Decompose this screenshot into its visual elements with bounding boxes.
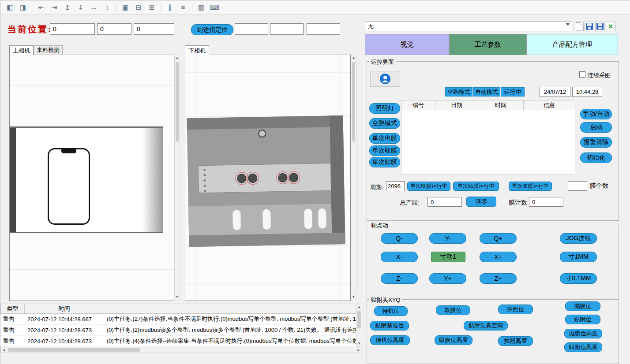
dry-run-mode-button[interactable]: 空跑模式 xyxy=(369,118,400,129)
position-z-field[interactable] xyxy=(134,23,174,35)
log-col-message[interactable] xyxy=(104,304,356,314)
close-recipe-button[interactable]: × xyxy=(606,22,615,31)
single-film-apply-button[interactable]: 单次贴膜 xyxy=(369,157,400,167)
suction-height-button[interactable]: 吸膜位高度 xyxy=(435,335,472,345)
scroll-down-icon[interactable]: ▼ xyxy=(351,294,356,300)
align-top-icon[interactable]: ↥ xyxy=(62,2,73,13)
jog-z-plus-button[interactable]: Z+ xyxy=(480,273,517,284)
throw-film-position-button[interactable]: 抛膜位 xyxy=(565,301,600,311)
attach-position-button[interactable]: 贴附位 xyxy=(565,315,600,324)
tab-incoming-detection[interactable]: 来料检测 xyxy=(34,45,63,55)
target-y-field[interactable] xyxy=(270,23,304,35)
photo-position-button[interactable]: 拍照位 xyxy=(498,305,533,314)
space-vertical-icon[interactable]: ≡ xyxy=(177,2,189,13)
log-horizontal-scrollbar[interactable]: ◄ ► xyxy=(0,347,362,353)
save-recipe-button[interactable] xyxy=(585,22,594,31)
single-take-running-button-2[interactable]: 单次取膜运行中 xyxy=(509,182,552,191)
jog-x-plus-button[interactable]: X+ xyxy=(480,252,517,262)
initialize-button[interactable]: 初始化 xyxy=(580,152,612,163)
jog-y-minus-button[interactable]: Y- xyxy=(429,233,466,244)
tab-lower-camera[interactable]: 下相机 xyxy=(185,45,209,55)
mode-auto[interactable]: 自动模式 xyxy=(473,87,500,97)
scroll-down-icon[interactable]: ▼ xyxy=(356,341,362,346)
scrollbar-thumb[interactable] xyxy=(352,62,355,141)
start-button[interactable]: 启动 xyxy=(580,122,612,133)
send-to-back-icon[interactable]: ◨ xyxy=(17,2,29,13)
clear-button[interactable]: 清零 xyxy=(466,197,496,207)
message-table-body[interactable] xyxy=(401,110,575,175)
align-left-icon[interactable]: ⇤ xyxy=(35,2,47,13)
jog-x-minus-button[interactable]: X- xyxy=(381,252,418,262)
jog-z-minus-button[interactable]: Z- xyxy=(381,273,418,284)
manual-auto-button[interactable]: 手动/自动 xyxy=(580,109,612,119)
single-take-running-button[interactable]: 单次取膜运行中 xyxy=(407,182,450,191)
same-width-icon[interactable]: ⊟ xyxy=(133,2,144,13)
upper-camera-scrollbar[interactable]: ▲ ▼ xyxy=(174,55,180,300)
scrollbar-thumb[interactable] xyxy=(8,348,140,352)
scrollbar-thumb[interactable] xyxy=(176,62,179,141)
standby-height-button[interactable]: 待机位高度 xyxy=(370,335,410,345)
center-horizontal-icon[interactable]: ↔ xyxy=(88,2,100,13)
total-capacity-field[interactable] xyxy=(428,197,462,207)
take-film-position-button[interactable]: 取膜位 xyxy=(436,305,470,315)
scroll-up-icon[interactable]: ▲ xyxy=(356,304,362,310)
inch-mode-button[interactable]: 寸动1 xyxy=(431,252,465,262)
save-as-recipe-button[interactable] xyxy=(595,22,605,31)
film-count-field[interactable] xyxy=(568,181,587,191)
histogram-icon[interactable]: ▥ xyxy=(195,2,207,13)
msg-col-date[interactable]: 日期 xyxy=(435,100,478,110)
user-button[interactable] xyxy=(370,71,400,87)
recipe-select[interactable]: 无 xyxy=(365,22,572,31)
vacuum-valve-button[interactable]: 贴附头真空阀 xyxy=(464,321,508,331)
photo-height-button[interactable]: 拍照高度 xyxy=(498,336,533,346)
scroll-right-icon[interactable]: ► xyxy=(356,347,362,353)
continuous-capture-checkbox[interactable] xyxy=(579,71,585,78)
single-film-out-button[interactable]: 单次出膜 xyxy=(369,133,400,144)
lower-camera-scrollbar[interactable]: ▲ ▼ xyxy=(351,55,356,300)
space-horizontal-icon[interactable]: ∥ xyxy=(164,2,176,13)
scroll-up-icon[interactable]: ▲ xyxy=(175,55,180,61)
single-film-take-button[interactable]: 单次取膜 xyxy=(369,145,400,156)
cycle-value-field[interactable] xyxy=(386,181,405,191)
jog-y-plus-button[interactable]: Y+ xyxy=(429,273,466,284)
bring-to-front-icon[interactable]: ◧ xyxy=(4,2,15,13)
tab-upper-camera[interactable]: 上相机 xyxy=(9,45,34,55)
tab-process-parameters[interactable]: 工艺参数 xyxy=(449,34,526,55)
new-recipe-button[interactable] xyxy=(574,22,584,31)
jog-q-plus-button[interactable]: Q+ xyxy=(480,233,517,244)
scroll-up-icon[interactable]: ▲ xyxy=(351,55,356,61)
mode-running[interactable]: 运行中 xyxy=(501,87,525,97)
keyboard-icon[interactable]: ⌨ xyxy=(209,2,220,13)
film-counter-field[interactable] xyxy=(529,197,563,207)
scroll-down-icon[interactable]: ▼ xyxy=(175,294,180,300)
same-size-icon[interactable]: ▣ xyxy=(120,2,131,13)
single-apply-running-button[interactable]: 单次贴膜运行中 xyxy=(453,182,499,191)
log-vertical-scrollbar[interactable]: ▲ ▼ xyxy=(356,304,362,347)
goto-position-button[interactable]: 到达指定位 xyxy=(191,24,233,35)
align-right-icon[interactable]: ⇥ xyxy=(49,2,60,13)
center-vertical-icon[interactable]: ↕ xyxy=(101,2,113,13)
target-z-field[interactable] xyxy=(307,23,340,35)
alarm-clear-button[interactable]: 报警清除 xyxy=(580,137,612,148)
jog-q-minus-button[interactable]: Q- xyxy=(381,233,418,244)
position-x-field[interactable] xyxy=(50,23,95,35)
msg-col-number[interactable]: 编号 xyxy=(401,100,435,110)
target-x-field[interactable] xyxy=(235,23,268,35)
same-height-icon[interactable]: ⊞ xyxy=(146,2,158,13)
mode-dry-run[interactable]: 空跑模式 xyxy=(445,87,472,97)
throw-height-button[interactable]: 抛膜位高度 xyxy=(564,329,602,338)
tab-vision[interactable]: 视觉 xyxy=(365,34,449,55)
lighting-button[interactable]: 照明灯 xyxy=(369,103,400,114)
attach-reference-button[interactable]: 贴附基准位 xyxy=(370,321,409,331)
log-col-type[interactable]: 类型 xyxy=(0,304,25,314)
scroll-left-icon[interactable]: ◄ xyxy=(1,347,7,353)
standby-position-button[interactable]: 待机位 xyxy=(374,306,408,316)
inch-01mm-button[interactable]: 寸0.1MM xyxy=(560,273,597,284)
msg-col-info[interactable]: 信息 xyxy=(523,100,575,110)
scrollbar-thumb[interactable] xyxy=(357,311,361,328)
tab-recipe-management[interactable]: 产品配方管理 xyxy=(526,34,618,55)
align-bottom-icon[interactable]: ↧ xyxy=(75,2,86,13)
inch-1mm-button[interactable]: 寸1MM xyxy=(560,252,597,262)
position-y-field[interactable] xyxy=(97,23,131,35)
msg-col-time[interactable]: 时间 xyxy=(478,100,524,110)
